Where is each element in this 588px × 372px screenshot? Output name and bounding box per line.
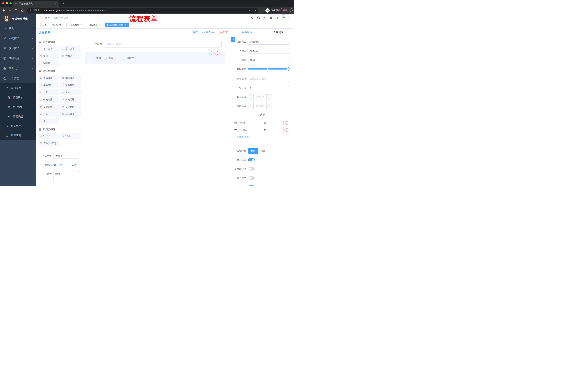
palette-item-date-range[interactable]: 日期范围	[60, 104, 81, 110]
disabled-toggle[interactable]	[248, 176, 255, 180]
palette-item-date-picker[interactable]: 日期选择	[38, 104, 59, 110]
sidebar-item-process-model[interactable]: 流程模型	[0, 112, 36, 121]
view-json-button[interactable]: 查看json	[202, 31, 215, 34]
tab-close-icon[interactable]: ×	[53, 2, 57, 5]
palette-item-time-picker[interactable]: 时间选择	[38, 96, 59, 103]
checkbox-icon[interactable]	[104, 57, 107, 60]
required-toggle[interactable]	[248, 185, 255, 186]
stepper-decrease-button[interactable]: −	[248, 95, 254, 100]
tag-close-icon[interactable]: ×	[125, 24, 127, 26]
minimize-window-button[interactable]	[6, 2, 8, 4]
maximize-window-button[interactable]	[10, 2, 12, 4]
palette-item-cascader[interactable]: 级联选择	[60, 74, 81, 81]
link-tab-button[interactable]	[231, 37, 235, 42]
palette-item-switch[interactable]: 开关	[38, 89, 59, 95]
tag-process-form[interactable]: 流程表单×	[87, 22, 103, 27]
form-remark-textarea[interactable]: 嘿嘿	[53, 171, 80, 182]
back-button[interactable]	[1, 8, 6, 13]
status-off-radio[interactable]: 关闭	[68, 163, 76, 167]
avatar-caret-icon[interactable]: ▾	[291, 17, 292, 19]
tab-component-props[interactable]: 组件属性	[231, 29, 263, 36]
label-width-input[interactable]	[248, 76, 290, 82]
palette-item-text-input[interactable]: 单行文本	[38, 45, 59, 52]
password-key-icon[interactable]	[248, 9, 251, 12]
palette-item-color-picker[interactable]: 颜色选择	[60, 111, 81, 117]
form-name-input[interactable]	[53, 153, 80, 159]
browser-tab[interactable]: 芋道管理系统 ×	[13, 1, 59, 7]
remove-option-button[interactable]	[285, 121, 289, 125]
gender-option2-checkbox[interactable]: 选项二	[121, 57, 134, 60]
sidebar-item-leave-query[interactable]: 请假查询	[0, 131, 36, 140]
tag-close-icon[interactable]: ×	[62, 24, 65, 26]
home-button[interactable]	[20, 8, 25, 13]
palette-item-counter[interactable]: 123 计数器	[60, 53, 81, 59]
close-window-button[interactable]	[2, 2, 4, 4]
palette-item-select[interactable]: 下拉选择	[38, 74, 59, 81]
stepper-increase-button[interactable]: +	[266, 103, 272, 109]
sidebar-item-devtools[interactable]: 研发工具	[0, 63, 36, 73]
drag-handle-icon[interactable]	[234, 129, 237, 132]
add-option-button[interactable]: 添加选项	[236, 135, 291, 139]
address-bar[interactable]: 不安全 dashboard.yudao.iocoder.cn/bpm/manag…	[27, 8, 258, 13]
sidebar-item-workflow[interactable]: 工作流程	[0, 73, 36, 83]
min-select-placeholder[interactable]: 至少应选	[254, 95, 266, 100]
status-on-radio[interactable]: 开启	[53, 163, 62, 167]
gender-option1-checkbox[interactable]: 选项一	[103, 57, 116, 60]
sidebar-item-process-form[interactable]: 流程表单	[0, 93, 36, 102]
sidebar-item-process-mgmt[interactable]: 流程管理	[0, 83, 36, 93]
sidebar-item-task-mgmt[interactable]: 任务管理	[0, 121, 36, 131]
with-border-toggle[interactable]	[248, 167, 255, 170]
option-label-input[interactable]	[239, 120, 260, 126]
style-default-button[interactable]: 默认	[248, 148, 258, 154]
new-tab-button[interactable]: +	[61, 1, 66, 6]
drag-handle-icon[interactable]	[234, 122, 237, 125]
sidebar-item-payment[interactable]: 支付管理	[0, 43, 36, 53]
forward-button[interactable]	[7, 8, 12, 13]
stepper-increase-button[interactable]: +	[266, 95, 272, 100]
component-type-select[interactable]: 多选框组	[248, 39, 290, 45]
github-button[interactable]	[257, 16, 260, 20]
tag-close-icon[interactable]: ×	[80, 24, 83, 26]
palette-item-table[interactable]: 表格[开发中]	[38, 140, 59, 146]
sidebar-collapse-icon[interactable]	[39, 16, 42, 20]
bookmark-star-icon[interactable]	[253, 9, 256, 12]
palette-item-editor[interactable]: 编辑器	[38, 60, 59, 66]
palette-item-slider[interactable]: 滑块	[60, 89, 81, 95]
palette-item-checkbox-group[interactable]: 多选框组	[60, 82, 81, 88]
style-button-button[interactable]: 按钮	[258, 148, 268, 154]
search-button[interactable]	[251, 16, 254, 20]
palette-item-upload[interactable]: 上传	[38, 118, 59, 125]
checkbox-icon[interactable]	[123, 57, 125, 60]
max-select-placeholder[interactable]: 最多可选	[254, 103, 266, 109]
duplicate-widget-button[interactable]	[209, 50, 214, 55]
grid-span-slider[interactable]	[248, 68, 288, 70]
option-value-input[interactable]	[262, 127, 284, 133]
show-label-toggle[interactable]	[248, 158, 255, 161]
field-name-input[interactable]	[248, 48, 290, 54]
sidebar-item-system[interactable]: 系统管理	[0, 33, 36, 43]
canvas-field-phone[interactable]: *手机号 请输入手机号	[83, 41, 231, 47]
palette-item-row-container[interactable]: 行容器	[38, 133, 59, 139]
option-value-input[interactable]	[262, 120, 284, 126]
phone-input[interactable]: 请输入手机号	[104, 41, 221, 47]
tag-process-definition[interactable]: 流程定义×	[51, 22, 67, 27]
slider-handle[interactable]	[287, 67, 290, 71]
palette-item-radio-group[interactable]: 单选框组	[38, 82, 59, 88]
title-input[interactable]	[248, 57, 290, 63]
option-label-input[interactable]	[239, 127, 260, 133]
sidebar-item-infrastructure[interactable]: 基础设施	[0, 53, 36, 63]
stepper-decrease-button[interactable]: −	[248, 103, 254, 109]
browser-update-button[interactable]: 更新 ⋮	[281, 8, 293, 13]
avatar[interactable]	[282, 14, 289, 21]
fullscreen-button[interactable]	[269, 16, 273, 20]
clear-button[interactable]: 清空	[220, 31, 228, 34]
default-value-input[interactable]	[248, 85, 290, 91]
sidebar-item-home[interactable]: 首页	[0, 23, 36, 33]
tag-process-model[interactable]: 流程模型×	[69, 22, 85, 27]
remove-option-button[interactable]	[285, 128, 289, 132]
delete-widget-button[interactable]	[215, 50, 220, 55]
tab-form-props[interactable]: 表单属性	[263, 29, 294, 36]
sidebar-item-user-group[interactable]: 用户分组	[0, 102, 36, 112]
reload-button[interactable]	[13, 8, 19, 13]
palette-item-textarea[interactable]: 多行文本	[60, 45, 81, 52]
